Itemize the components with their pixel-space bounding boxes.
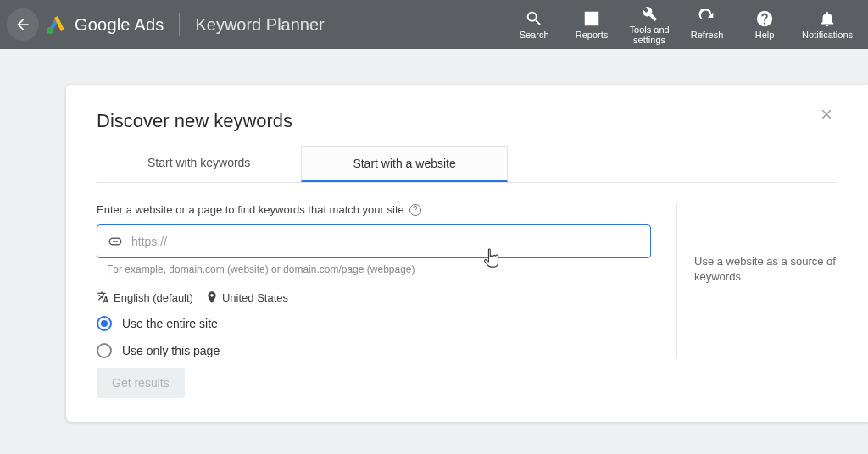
reports-icon <box>582 9 601 28</box>
help-menu[interactable]: Help <box>744 9 785 40</box>
radio-icon-selected <box>97 316 112 331</box>
back-button[interactable] <box>7 8 39 41</box>
radio-only-label: Use only this page <box>122 344 220 357</box>
translate-icon <box>97 291 110 304</box>
notifications-menu[interactable]: Notifications <box>802 9 853 40</box>
subproduct-title: Keyword Planner <box>195 15 324 35</box>
url-example-hint: For example, domain.com (website) or dom… <box>107 263 651 275</box>
locale-row: English (default) United States <box>97 291 651 304</box>
tab-bar: Start with keywords Start with a website <box>97 146 837 183</box>
refresh-label: Refresh <box>691 30 724 40</box>
arrow-left-icon <box>14 16 31 33</box>
url-field-label-text: Enter a website or a page to find keywor… <box>97 203 404 216</box>
location-pin-icon <box>205 291 219 304</box>
radio-entire-label: Use the entire site <box>122 317 218 330</box>
location-setting[interactable]: United States <box>222 291 288 304</box>
search-label: Search <box>520 30 549 40</box>
notifications-label: Notifications <box>802 30 853 40</box>
discover-card: Discover new keywords Start with keyword… <box>66 85 868 422</box>
tab-keywords[interactable]: Start with keywords <box>97 146 301 182</box>
tools-label: Tools and settings <box>630 25 670 45</box>
reports-menu[interactable]: Reports <box>571 9 612 40</box>
refresh-icon <box>698 9 716 28</box>
tools-menu[interactable]: Tools and settings <box>629 4 670 45</box>
header-divider <box>179 13 180 36</box>
url-input-wrapper[interactable] <box>97 224 651 258</box>
radio-entire-site[interactable]: Use the entire site <box>97 316 651 331</box>
tab-website[interactable]: Start with a website <box>301 146 507 182</box>
brand-logo: Google Ads <box>46 14 164 35</box>
google-ads-logo-icon <box>46 14 66 35</box>
card-title: Discover new keywords <box>97 110 837 132</box>
bell-icon <box>818 9 837 28</box>
search-menu[interactable]: Search <box>514 9 554 40</box>
language-setting[interactable]: English (default) <box>114 291 193 304</box>
help-label: Help <box>755 30 775 40</box>
close-icon <box>819 107 834 122</box>
reports-label: Reports <box>576 30 609 40</box>
url-input[interactable] <box>131 235 640 248</box>
url-field-label: Enter a website or a page to find keywor… <box>97 203 651 216</box>
side-help-text: Use a website as a source of keywords <box>676 203 837 358</box>
radio-only-page[interactable]: Use only this page <box>97 343 651 358</box>
svg-point-0 <box>47 27 53 34</box>
search-icon <box>525 9 543 28</box>
app-header: Google Ads Keyword Planner Search Report… <box>0 0 868 49</box>
close-button[interactable] <box>819 107 834 126</box>
refresh-menu[interactable]: Refresh <box>687 9 727 40</box>
brand-title: Google Ads <box>75 15 164 35</box>
help-icon <box>755 9 774 28</box>
link-icon <box>108 234 123 249</box>
wrench-icon <box>640 4 659 23</box>
get-results-button[interactable]: Get results <box>97 368 185 398</box>
help-tooltip-icon[interactable]: ? <box>409 204 421 216</box>
radio-icon-unselected <box>97 343 112 358</box>
